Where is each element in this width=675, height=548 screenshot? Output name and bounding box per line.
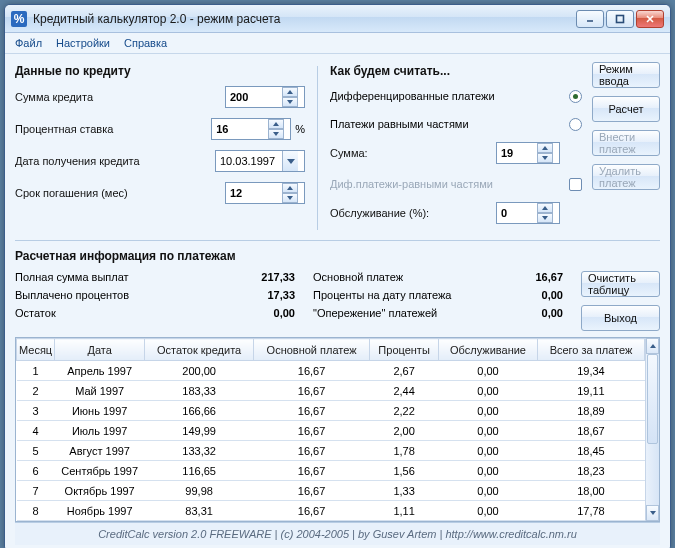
table-row[interactable]: 1Апрель 1997200,0016,672,670,0019,34 <box>17 361 645 381</box>
advance-label: "Опережение" платежей <box>313 307 503 319</box>
minimize-button[interactable] <box>576 10 604 28</box>
down-arrow-icon[interactable] <box>537 153 553 163</box>
cell: 18,67 <box>537 421 644 441</box>
cell: 1 <box>17 361 55 381</box>
svg-marker-7 <box>273 132 279 136</box>
scroll-down-icon[interactable] <box>646 505 659 521</box>
cell: 19,34 <box>537 361 644 381</box>
cell: Август 1997 <box>55 441 145 461</box>
sum-input[interactable] <box>497 143 537 163</box>
cell: 0,00 <box>439 401 538 421</box>
term-input[interactable] <box>226 183 282 203</box>
percent-sign: % <box>295 123 305 135</box>
principal-value: 16,67 <box>503 271 563 283</box>
close-button[interactable] <box>636 10 664 28</box>
col-service[interactable]: Обслуживание <box>439 339 538 361</box>
table-row[interactable]: 6Сентябрь 1997116,6516,671,560,0018,23 <box>17 461 645 481</box>
sum-label: Сумма: <box>330 147 496 159</box>
svg-marker-16 <box>650 511 656 515</box>
cell: 200,00 <box>145 361 254 381</box>
date-interest-value: 0,00 <box>503 289 563 301</box>
cell: 0,00 <box>439 441 538 461</box>
cell: 183,33 <box>145 381 254 401</box>
date-input[interactable] <box>216 151 282 171</box>
sum-spinner[interactable] <box>496 142 560 164</box>
cell: 1,78 <box>370 441 439 461</box>
interest-paid-label: Выплачено процентов <box>15 289 235 301</box>
table-row[interactable]: 3Июнь 1997166,6616,672,220,0018,89 <box>17 401 645 421</box>
diffeq-label: Диф.платежи-равными частями <box>330 178 569 190</box>
cell: 2,22 <box>370 401 439 421</box>
dropdown-arrow-icon[interactable] <box>282 151 298 171</box>
table-row[interactable]: 7Октябрь 199799,9816,671,330,0018,00 <box>17 481 645 501</box>
down-arrow-icon[interactable] <box>282 193 298 203</box>
calc-button[interactable]: Расчет <box>592 96 660 122</box>
date-combo[interactable] <box>215 150 305 172</box>
table-row[interactable]: 2Май 1997183,3316,672,440,0019,11 <box>17 381 645 401</box>
up-arrow-icon[interactable] <box>537 203 553 213</box>
cell: 2,67 <box>370 361 439 381</box>
down-arrow-icon[interactable] <box>282 97 298 107</box>
col-month[interactable]: Месяц <box>17 339 55 361</box>
principal-label: Основной платеж <box>313 271 503 283</box>
grid-scrollbar[interactable] <box>645 338 659 521</box>
up-arrow-icon[interactable] <box>282 87 298 97</box>
calc-info-heading: Расчетная информация по платежам <box>15 249 660 263</box>
diffeq-checkbox[interactable] <box>569 178 582 191</box>
rate-label: Процентная ставка <box>15 123 211 135</box>
cell: 16,67 <box>254 501 370 521</box>
app-window: % Кредитный калькулятор 2.0 - режим расч… <box>4 4 671 548</box>
table-row[interactable]: 8Ноябрь 199783,3116,671,110,0017,78 <box>17 501 645 521</box>
titlebar[interactable]: % Кредитный калькулятор 2.0 - режим расч… <box>5 5 670 33</box>
maximize-button[interactable] <box>606 10 634 28</box>
menu-bar: Файл Настройки Справка <box>5 33 670 54</box>
menu-file[interactable]: Файл <box>15 37 42 49</box>
svg-marker-4 <box>287 90 293 94</box>
scroll-thumb[interactable] <box>647 354 658 444</box>
rate-input[interactable] <box>212 119 268 139</box>
clear-table-button[interactable]: Очистить таблицу <box>581 271 660 297</box>
up-arrow-icon[interactable] <box>537 143 553 153</box>
del-payment-button[interactable]: Удалить платеж <box>592 164 660 190</box>
svg-marker-10 <box>287 196 293 200</box>
total-label: Полная сумма выплат <box>15 271 235 283</box>
rate-spinner[interactable] <box>211 118 291 140</box>
mode-button[interactable]: Режим ввода <box>592 62 660 88</box>
diff-payments-radio[interactable] <box>569 90 582 103</box>
cell: Ноябрь 1997 <box>55 501 145 521</box>
col-total[interactable]: Всего за платеж <box>537 339 644 361</box>
service-spinner[interactable] <box>496 202 560 224</box>
menu-help[interactable]: Справка <box>124 37 167 49</box>
cell: 1,11 <box>370 501 439 521</box>
cell: 3 <box>17 401 55 421</box>
equal-payments-radio[interactable] <box>569 118 582 131</box>
col-interest[interactable]: Проценты <box>370 339 439 361</box>
up-arrow-icon[interactable] <box>282 183 298 193</box>
table-row[interactable]: 4Июль 1997149,9916,672,000,0018,67 <box>17 421 645 441</box>
cell: 16,67 <box>254 361 370 381</box>
table-row[interactable]: 5Август 1997133,3216,671,780,0018,45 <box>17 441 645 461</box>
down-arrow-icon[interactable] <box>537 213 553 223</box>
menu-settings[interactable]: Настройки <box>56 37 110 49</box>
cell: Октябрь 1997 <box>55 481 145 501</box>
cell: Июль 1997 <box>55 421 145 441</box>
cell: 16,67 <box>254 481 370 501</box>
cell: 16,67 <box>254 381 370 401</box>
term-spinner[interactable] <box>225 182 305 204</box>
col-date[interactable]: Дата <box>55 339 145 361</box>
col-principal[interactable]: Основной платеж <box>254 339 370 361</box>
cell: 0,00 <box>439 361 538 381</box>
scroll-up-icon[interactable] <box>646 338 659 354</box>
credit-data-heading: Данные по кредиту <box>15 64 305 78</box>
svg-marker-14 <box>542 216 548 220</box>
up-arrow-icon[interactable] <box>268 119 284 129</box>
amount-input[interactable] <box>226 87 282 107</box>
calc-method-heading: Как будем считать... <box>330 64 582 78</box>
col-balance[interactable]: Остаток кредита <box>145 339 254 361</box>
exit-button[interactable]: Выход <box>581 305 660 331</box>
amount-spinner[interactable] <box>225 86 305 108</box>
service-input[interactable] <box>497 203 537 223</box>
down-arrow-icon[interactable] <box>268 129 284 139</box>
add-payment-button[interactable]: Внести платеж <box>592 130 660 156</box>
cell: Апрель 1997 <box>55 361 145 381</box>
